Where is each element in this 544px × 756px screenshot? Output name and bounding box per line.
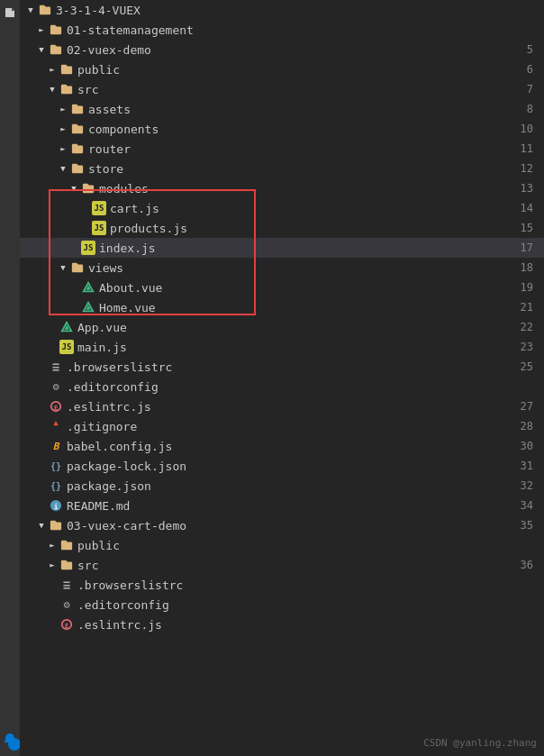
folder-icon xyxy=(70,161,85,176)
tree-item-27[interactable]: ▼03-vuex-cart-demo35 xyxy=(20,515,544,535)
chevron-icon: ► xyxy=(56,102,70,116)
chevron-icon: ► xyxy=(45,62,59,77)
line-number: 31 xyxy=(513,460,537,472)
file-label: .gitignore xyxy=(67,420,513,433)
line-number: 35 xyxy=(513,519,537,532)
file-label: cart.js xyxy=(110,202,513,215)
tree-item-25[interactable]: {}package.json32 xyxy=(20,476,544,496)
pkg-file-icon: {} xyxy=(49,478,63,493)
tree-item-23[interactable]: Bbabel.config.js30 xyxy=(20,436,544,456)
file-label: 3-3-1-4-VUEX xyxy=(56,4,537,17)
tree-item-4[interactable]: ►public6 xyxy=(20,59,544,79)
tree-item-24[interactable]: {}package-lock.json31 xyxy=(20,456,544,476)
file-label: .browserslistrc xyxy=(77,578,537,592)
notification-icon[interactable] xyxy=(1,731,19,749)
tree-item-14[interactable]: ▼views18 xyxy=(20,258,544,278)
tree-item-22[interactable]: .gitignore28 xyxy=(20,416,544,436)
chevron-icon: ▼ xyxy=(56,161,70,176)
tree-item-20[interactable]: ⚙.editorconfig xyxy=(20,377,544,396)
chevron-icon: ▼ xyxy=(45,82,59,96)
file-label: public xyxy=(77,539,537,552)
tree-item-13[interactable]: JSindex.js17 xyxy=(20,238,544,258)
svg-text:i: i xyxy=(54,503,59,511)
line-number: 30 xyxy=(513,440,537,452)
readme-file-icon: i xyxy=(49,498,63,513)
activity-bar xyxy=(0,0,20,756)
tree-item-10[interactable]: ▼modules13 xyxy=(20,178,544,198)
js-file-icon: JS xyxy=(81,241,95,255)
tree-item-9[interactable]: ▼store12 xyxy=(20,159,544,178)
folder-icon xyxy=(59,62,74,77)
tree-item-28[interactable]: ►public xyxy=(20,535,544,555)
chevron-icon: ▼ xyxy=(23,3,38,17)
chevron-icon: ► xyxy=(45,558,59,572)
line-number: 14 xyxy=(513,202,537,214)
folder-icon xyxy=(49,23,63,37)
watermark: CSDN @yanling.zhang xyxy=(423,737,537,749)
tree-item-8[interactable]: ►router11 xyxy=(20,139,544,159)
tree-item-2[interactable]: ►01-statemanagement xyxy=(20,20,544,40)
file-label: About.vue xyxy=(99,281,513,295)
tree-item-32[interactable]: E.eslintrc.js xyxy=(20,615,544,634)
files-icon[interactable] xyxy=(1,4,19,22)
line-number: 11 xyxy=(513,142,537,155)
tree-item-7[interactable]: ►components10 xyxy=(20,119,544,139)
tree-item-6[interactable]: ►assets8 xyxy=(20,99,544,119)
chevron-icon: ► xyxy=(45,538,59,552)
line-number: 10 xyxy=(513,123,537,135)
line-number: 25 xyxy=(513,360,537,373)
line-number: 8 xyxy=(520,103,537,115)
file-label: 02-vuex-demo xyxy=(67,43,520,57)
tree-item-31[interactable]: ⚙.editorconfig xyxy=(20,595,544,615)
tree-item-19[interactable]: ≡.browserslistrc25 xyxy=(20,357,544,377)
file-label: modules xyxy=(99,182,513,196)
file-explorer: ▼3-3-1-4-VUEX►01-statemanagement▼02-vuex… xyxy=(20,0,544,756)
eslint-file-icon: E xyxy=(59,617,74,632)
line-number: 36 xyxy=(513,559,537,571)
line-number: 13 xyxy=(513,182,537,195)
file-label: main.js xyxy=(77,341,513,354)
tree-item-29[interactable]: ►src36 xyxy=(20,555,544,575)
tree-item-15[interactable]: About.vue19 xyxy=(20,278,544,297)
tree-item-17[interactable]: App.vue22 xyxy=(20,317,544,337)
tree-item-12[interactable]: JSproducts.js15 xyxy=(20,218,544,238)
line-number: 19 xyxy=(513,281,537,294)
folder-icon xyxy=(49,518,63,533)
chevron-icon: ▼ xyxy=(67,181,81,196)
tree-item-11[interactable]: JScart.js14 xyxy=(20,198,544,218)
tree-item-21[interactable]: E.eslintrc.js27 xyxy=(20,396,544,416)
line-number: 21 xyxy=(513,301,537,314)
file-label: .browserslistrc xyxy=(67,360,513,374)
file-label: .eslintrc.js xyxy=(67,400,513,414)
line-number: 22 xyxy=(513,321,537,333)
folder-icon xyxy=(59,538,74,552)
chevron-icon: ► xyxy=(56,141,70,156)
tree-item-16[interactable]: Home.vue21 xyxy=(20,297,544,317)
babel-file-icon: B xyxy=(49,439,63,453)
file-label: public xyxy=(77,63,520,77)
tree-item-1[interactable]: ▼3-3-1-4-VUEX xyxy=(20,0,544,20)
chevron-icon: ► xyxy=(56,122,70,136)
file-label: package.json xyxy=(67,479,513,493)
file-label: .eslintrc.js xyxy=(77,618,537,632)
line-number: 18 xyxy=(513,261,537,274)
file-label: 03-vuex-cart-demo xyxy=(67,519,513,533)
tree-item-18[interactable]: JSmain.js23 xyxy=(20,337,544,357)
line-number: 34 xyxy=(513,499,537,512)
svg-text:E: E xyxy=(65,623,68,630)
file-label: App.vue xyxy=(77,321,513,334)
folder-icon xyxy=(70,122,85,136)
tree-item-3[interactable]: ▼02-vuex-demo5 xyxy=(20,40,544,59)
tree-item-5[interactable]: ▼src7 xyxy=(20,79,544,99)
file-label: babel.config.js xyxy=(67,440,513,453)
js-file-icon: JS xyxy=(59,340,74,354)
tree-item-26[interactable]: iREADME.md34 xyxy=(20,496,544,515)
editorconfig-file-icon: ⚙ xyxy=(49,379,63,394)
vue-file-icon xyxy=(81,280,95,295)
chevron-icon: ▼ xyxy=(34,42,49,57)
tree-item-30[interactable]: ≡.browserslistrc xyxy=(20,575,544,595)
folder-icon xyxy=(70,141,85,156)
folder-icon xyxy=(70,260,85,275)
folder-icon xyxy=(49,42,63,57)
line-number: 32 xyxy=(513,479,537,492)
